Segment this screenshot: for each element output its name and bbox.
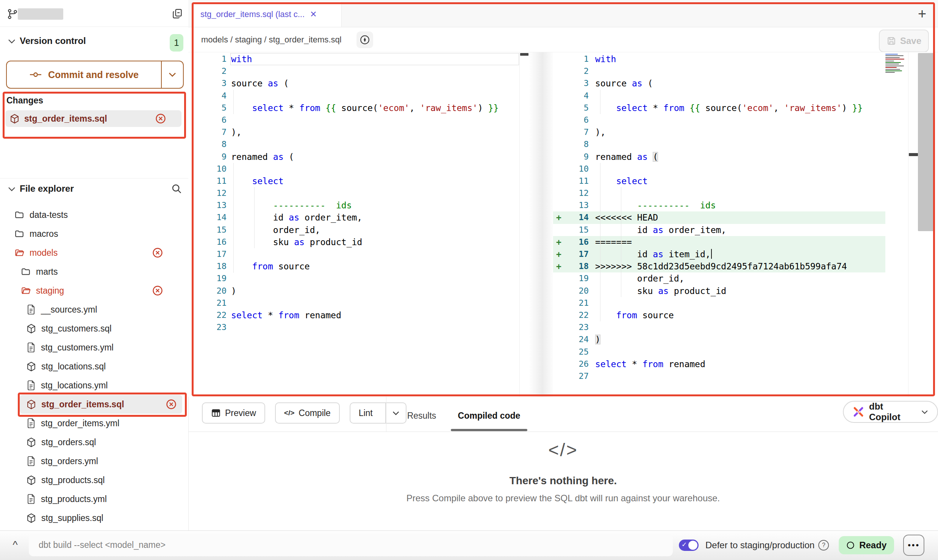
code-line-13: 13 ---------- ids [553,199,885,211]
sidebar-divider-2 [0,178,188,178]
tree-item-__sources.yml[interactable]: __sources.yml [0,300,188,319]
sql-icon [27,361,36,372]
line-number: 7 [205,126,227,138]
code-line-12: 12 [553,187,885,199]
tab-compiled-code[interactable]: Compiled code [447,402,531,429]
tree-item-marts[interactable]: marts [0,262,188,281]
tree-item-stg_customers.sql[interactable]: stg_customers.sql [0,319,188,338]
preview-button[interactable]: Preview [202,402,265,424]
more-options-button[interactable]: ••• [903,535,924,556]
diff-added-marker [556,346,564,358]
tree-item-stg_products.yml[interactable]: stg_products.yml [0,490,188,508]
tree-item-stg_locations.sql[interactable]: stg_locations.sql [0,357,188,376]
help-icon[interactable]: ? [818,540,829,551]
code-line-22: 22 from source [553,309,885,321]
bottom-toolbar: Preview </> Compile Lint [202,402,406,424]
tab-title: stg_order_items.sql (last c... [200,9,305,19]
line-number: 15 [205,224,227,236]
tree-item-stg_locations.yml[interactable]: stg_locations.yml [0,376,188,395]
line-number: 10 [205,163,227,175]
code-line-21: 21 [188,297,519,309]
line-number: 21 [205,297,227,309]
code-line-14: +14<<<<<<< HEAD [553,211,885,224]
diff-added-marker [556,90,564,102]
tree-item-label: stg_order_items.yml [41,418,119,429]
code-line-3: 3source as ( [553,77,885,89]
defer-toggle[interactable]: ✓ [679,540,699,551]
new-tab-button[interactable]: + [913,5,931,23]
tree-item-macros[interactable]: macros [0,224,188,243]
tab-stg-order-items[interactable]: stg_order_items.sql (last c... ✕ [192,2,342,27]
copy-files-icon[interactable] [170,7,184,20]
vertical-scrollbar-thumb[interactable] [918,53,935,231]
git-branch-icon [6,8,19,20]
diff-added-marker [556,199,564,211]
compile-button[interactable]: </> Compile [275,402,340,424]
code-line-21: 21 [553,297,885,309]
diff-added-marker: + [556,260,564,272]
changes-title: Changes [6,95,43,106]
expand-command-bar-icon[interactable]: ^ [6,535,24,555]
changed-file-row[interactable]: stg_order_items.sql [5,110,181,127]
diff-added-marker [556,321,564,333]
commit-options-caret[interactable] [161,61,183,88]
code-line-1: 1with [188,53,519,65]
code-line-23: 23 [553,321,885,333]
tree-item-stg_customers.yml[interactable]: stg_customers.yml [0,338,188,357]
diff-added-marker [556,175,564,187]
code-line-23: 23 [188,321,519,333]
tree-item-models[interactable]: models [0,243,188,262]
discard-change-icon[interactable] [152,285,163,296]
tab-results[interactable]: Results [398,402,446,429]
tree-item-label: __sources.yml [41,305,97,315]
tree-item-stg_order_items.sql[interactable]: stg_order_items.sql [20,395,182,414]
lineage-compass-icon[interactable] [356,31,373,48]
text-cursor [711,249,712,259]
tree-item-stg_order_items.yml[interactable]: stg_order_items.yml [0,414,188,433]
folder-icon [21,267,31,277]
file-explorer-title: File explorer [20,183,74,194]
save-button[interactable]: Save [879,30,929,52]
tree-item-label: models [30,248,58,258]
sql-icon [27,513,36,523]
tree-item-data-tests[interactable]: data-tests [0,205,188,224]
line-number: 3 [564,77,589,89]
command-input[interactable] [29,533,673,556]
tree-item-stg_orders.sql[interactable]: stg_orders.sql [0,433,188,452]
code-line-8: 8 [188,138,519,150]
tree-item-stg_orders.yml[interactable]: stg_orders.yml [0,452,188,471]
commit-and-resolve-button[interactable]: Commit and resolve [6,61,184,89]
code-line-18: 18 from source [188,260,519,272]
line-number: 6 [205,114,227,126]
line-number: 20 [205,285,227,297]
tree-item-stg_supplies.sql[interactable]: stg_supplies.sql [0,508,188,527]
editor-pane-conflict[interactable]: 1with23source as (45 select * from {{ so… [553,52,885,397]
tree-item-label: stg_customers.sql [41,324,111,334]
left-ruler-mark [520,53,528,56]
tree-item-staging[interactable]: staging [0,281,188,300]
line-number: 13 [205,199,227,211]
tree-item-stg_products.sql[interactable]: stg_products.sql [0,471,188,490]
search-icon[interactable] [170,182,183,196]
editor-pane-original[interactable]: 1with23source as (45 select * from {{ so… [188,52,519,397]
close-tab-icon[interactable]: ✕ [310,9,317,19]
line-number: 16 [564,236,589,248]
diff-added-marker: + [556,248,564,260]
chevron-down-icon[interactable] [7,186,17,192]
line-number: 23 [564,321,589,333]
yml-icon [27,494,36,504]
diff-added-marker [556,333,564,346]
line-number: 12 [564,187,589,199]
dbt-copilot-button[interactable]: dbt Copilot [843,401,938,423]
discard-change-icon[interactable] [152,247,163,258]
diff-added-marker [556,358,564,370]
line-number: 2 [564,65,589,77]
chevron-down-icon[interactable] [7,38,17,45]
discard-change-icon[interactable] [155,113,166,124]
table-icon [211,408,221,418]
yml-icon [27,456,36,466]
code-line-5: 5 select * from {{ source('ecom', 'raw_i… [188,102,519,114]
diff-added-marker [556,297,564,309]
discard-change-icon[interactable] [166,399,177,410]
line-number: 13 [564,199,589,211]
